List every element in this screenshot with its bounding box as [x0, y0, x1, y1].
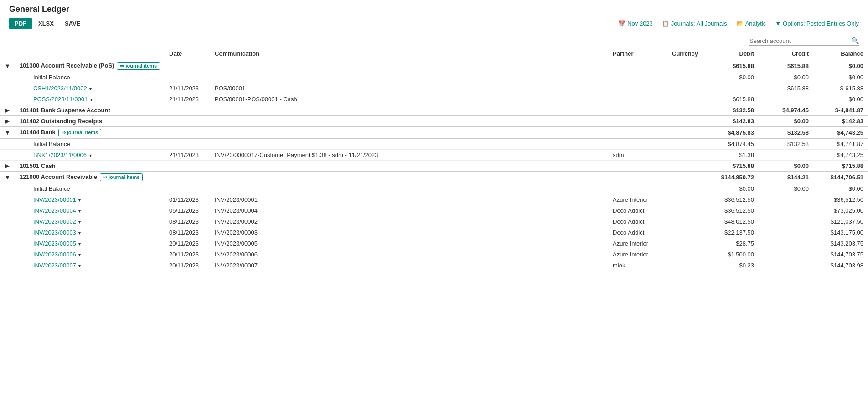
- entry-currency: [667, 94, 704, 105]
- pdf-button[interactable]: PDF: [9, 18, 32, 29]
- entry-dropdown-arrow[interactable]: ▾: [78, 198, 81, 203]
- sub-expand: [0, 194, 15, 205]
- header-currency: Currency: [667, 47, 704, 60]
- account-header-row: ▶ 101402 Outstanding Receipts $142.83 $0…: [0, 116, 868, 127]
- entry-link[interactable]: INV/2023/00007: [33, 262, 76, 269]
- entry-label[interactable]: INV/2023/00005 ▾: [15, 238, 165, 249]
- entry-label[interactable]: INV/2023/00001 ▾: [15, 194, 165, 205]
- account-debit: $132.58: [704, 105, 759, 116]
- initial-balance-label: Initial Balance: [15, 72, 165, 83]
- table-row: Initial Balance $4,874.45 $132.58 $4,741…: [0, 139, 868, 150]
- entry-comm: INV/2023/00007: [210, 260, 608, 271]
- journal-items-link[interactable]: ⇒ journal items: [117, 62, 160, 70]
- expand-toggle[interactable]: ▶: [0, 105, 15, 116]
- sub-expand: [0, 94, 15, 105]
- entry-comm: INV/23/0000017-Customer Payment $1.38 - …: [210, 150, 608, 161]
- entry-link[interactable]: INV/2023/00004: [33, 207, 76, 214]
- entry-link[interactable]: INV/2023/00002: [33, 218, 76, 225]
- entry-currency: [667, 238, 704, 249]
- entry-partner: [608, 183, 667, 194]
- account-partner: [608, 116, 667, 127]
- save-button[interactable]: SAVE: [60, 18, 85, 29]
- expand-toggle[interactable]: ▼: [0, 60, 15, 72]
- expand-toggle[interactable]: ▼: [0, 172, 15, 183]
- entry-link[interactable]: POSS/2023/11/0001: [33, 96, 88, 103]
- entry-balance: $4,741.87: [813, 139, 868, 150]
- entry-dropdown-arrow[interactable]: ▾: [90, 97, 93, 102]
- entry-dropdown-arrow[interactable]: ▾: [89, 86, 92, 91]
- account-currency: [667, 60, 704, 72]
- entry-currency: [667, 260, 704, 271]
- entry-date: [165, 139, 210, 150]
- page-title: General Ledger: [9, 5, 859, 14]
- period-filter[interactable]: 📅 Nov 2023: [618, 20, 653, 27]
- options-filter[interactable]: ▼ Options: Posted Entries Only: [775, 20, 859, 27]
- entry-debit: [704, 83, 759, 94]
- search-account-input[interactable]: [749, 37, 851, 44]
- expand-toggle[interactable]: ▶: [0, 116, 15, 127]
- entry-currency: [667, 249, 704, 260]
- entry-date: 20/11/2023: [165, 238, 210, 249]
- header-credit: Credit: [759, 47, 813, 60]
- entry-credit: [759, 194, 813, 205]
- entry-link[interactable]: INV/2023/00005: [33, 240, 76, 247]
- entry-label[interactable]: INV/2023/00003 ▾: [15, 227, 165, 238]
- entry-debit: $0.00: [704, 183, 759, 194]
- entry-balance: $36,512.50: [813, 194, 868, 205]
- entry-link[interactable]: BNK1/2023/11/0006: [33, 152, 87, 158]
- entry-balance: $4,743.25: [813, 150, 868, 161]
- table-row: INV/2023/00003 ▾ 08/11/2023 INV/2023/000…: [0, 227, 868, 238]
- entry-balance: $0.00: [813, 183, 868, 194]
- expand-toggle[interactable]: ▼: [0, 127, 15, 139]
- account-debit: $715.88: [704, 161, 759, 172]
- table-row: INV/2023/00002 ▾ 08/11/2023 INV/2023/000…: [0, 216, 868, 227]
- entry-dropdown-arrow[interactable]: ▾: [89, 153, 92, 158]
- entry-label[interactable]: POSS/2023/11/0001 ▾: [15, 94, 165, 105]
- account-date: [165, 105, 210, 116]
- account-credit: $4,974.45: [759, 105, 813, 116]
- entry-date: 21/11/2023: [165, 94, 210, 105]
- account-balance: $142.83: [813, 116, 868, 127]
- search-account-wrapper: 🔍: [749, 37, 859, 46]
- entry-label[interactable]: INV/2023/00007 ▾: [15, 260, 165, 271]
- search-icon[interactable]: 🔍: [851, 37, 859, 44]
- entry-balance: $0.00: [813, 72, 868, 83]
- account-partner: [608, 60, 667, 72]
- entry-partner: Deco Addict: [608, 227, 667, 238]
- entry-dropdown-arrow[interactable]: ▾: [78, 263, 81, 268]
- entry-link[interactable]: INV/2023/00006: [33, 251, 76, 258]
- entry-dropdown-arrow[interactable]: ▾: [78, 220, 81, 225]
- entry-debit: $4,874.45: [704, 139, 759, 150]
- calendar-icon: 📅: [618, 20, 625, 27]
- entry-dropdown-arrow[interactable]: ▾: [78, 241, 81, 246]
- entry-label[interactable]: INV/2023/00002 ▾: [15, 216, 165, 227]
- table-row: INV/2023/00007 ▾ 20/11/2023 INV/2023/000…: [0, 260, 868, 271]
- sub-expand: [0, 205, 15, 216]
- journal-items-link[interactable]: ⇒ journal items: [100, 173, 143, 181]
- entry-label[interactable]: BNK1/2023/11/0006 ▾: [15, 150, 165, 161]
- journal-icon: 📋: [662, 20, 669, 27]
- entry-dropdown-arrow[interactable]: ▾: [78, 252, 81, 257]
- entry-comm: INV/2023/00006: [210, 249, 608, 260]
- xlsx-button[interactable]: XLSX: [34, 18, 58, 29]
- journals-filter[interactable]: 📋 Journals: All Journals: [662, 20, 727, 27]
- entry-label[interactable]: INV/2023/00004 ▾: [15, 205, 165, 216]
- entry-date: 20/11/2023: [165, 249, 210, 260]
- entry-credit: [759, 205, 813, 216]
- account-balance: $715.88: [813, 161, 868, 172]
- entry-link[interactable]: INV/2023/00003: [33, 229, 76, 236]
- analytic-icon: 📂: [736, 20, 744, 27]
- entry-dropdown-arrow[interactable]: ▾: [78, 209, 81, 214]
- analytic-filter[interactable]: 📂 Analytic: [736, 20, 766, 27]
- header-balance: Balance: [813, 47, 868, 60]
- entry-link[interactable]: INV/2023/00001: [33, 196, 76, 203]
- entry-credit: [759, 227, 813, 238]
- expand-toggle[interactable]: ▶: [0, 161, 15, 172]
- entry-link[interactable]: CSH1/2023/11/0002: [33, 85, 87, 92]
- entry-dropdown-arrow[interactable]: ▾: [78, 230, 81, 235]
- entry-label[interactable]: CSH1/2023/11/0002 ▾: [15, 83, 165, 94]
- entry-currency: [667, 83, 704, 94]
- entry-label[interactable]: INV/2023/00006 ▾: [15, 249, 165, 260]
- journal-items-link[interactable]: ⇒ journal items: [58, 129, 102, 136]
- sub-expand: [0, 150, 15, 161]
